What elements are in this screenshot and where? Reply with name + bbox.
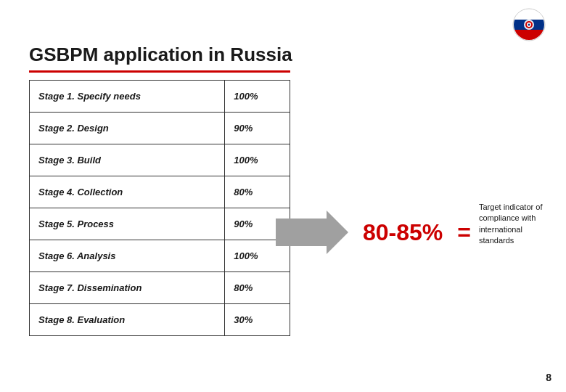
stage-value-cell: 90% [225, 113, 290, 144]
stage-value-cell: 30% [225, 304, 290, 336]
equals-sign: = [457, 219, 471, 246]
stage-name-cell: Stage 8. Evaluation [30, 304, 225, 336]
table-row: Stage 2. Design90% [30, 113, 290, 144]
stage-value-cell: 80% [225, 176, 290, 208]
table-row: Stage 4. Collection80% [30, 176, 290, 208]
table-row: Stage 6. Analysis100% [30, 240, 290, 272]
stage-value-cell: 100% [225, 81, 290, 113]
arrow-container [276, 211, 348, 254]
svg-rect-2 [514, 9, 544, 20]
table-row: Stage 7. Dissemination80% [30, 272, 290, 304]
stage-name-cell: Stage 3. Build [30, 144, 225, 176]
table-row: Stage 5. Process90% [30, 208, 290, 240]
stage-name-cell: Stage 6. Analysis [30, 240, 225, 272]
title-underline [29, 70, 290, 73]
page-title: GSBPM application in Russia [29, 44, 292, 66]
stages-table: Stage 1. Specify needs100%Stage 2. Desig… [29, 80, 290, 336]
target-text: Target indicator of compliance with inte… [479, 202, 559, 247]
logo [508, 7, 551, 44]
svg-point-8 [528, 24, 530, 26]
stage-name-cell: Stage 5. Process [30, 208, 225, 240]
stage-name-cell: Stage 7. Dissemination [30, 272, 225, 304]
table-row: Stage 3. Build100% [30, 144, 290, 176]
result-area: 80-85% = [276, 211, 471, 254]
stage-value-cell: 100% [225, 144, 290, 176]
table-row: Stage 1. Specify needs100% [30, 81, 290, 113]
stage-name-cell: Stage 2. Design [30, 113, 225, 144]
table-row: Stage 8. Evaluation30% [30, 304, 290, 336]
page-number: 8 [546, 372, 551, 383]
arrow-body [276, 219, 327, 246]
stage-name-cell: Stage 1. Specify needs [30, 81, 225, 113]
arrow-head [327, 211, 348, 254]
stage-name-cell: Stage 4. Collection [30, 176, 225, 208]
svg-rect-4 [514, 30, 544, 40]
percentage-label: 80-85% [363, 219, 443, 246]
stage-value-cell: 80% [225, 272, 290, 304]
